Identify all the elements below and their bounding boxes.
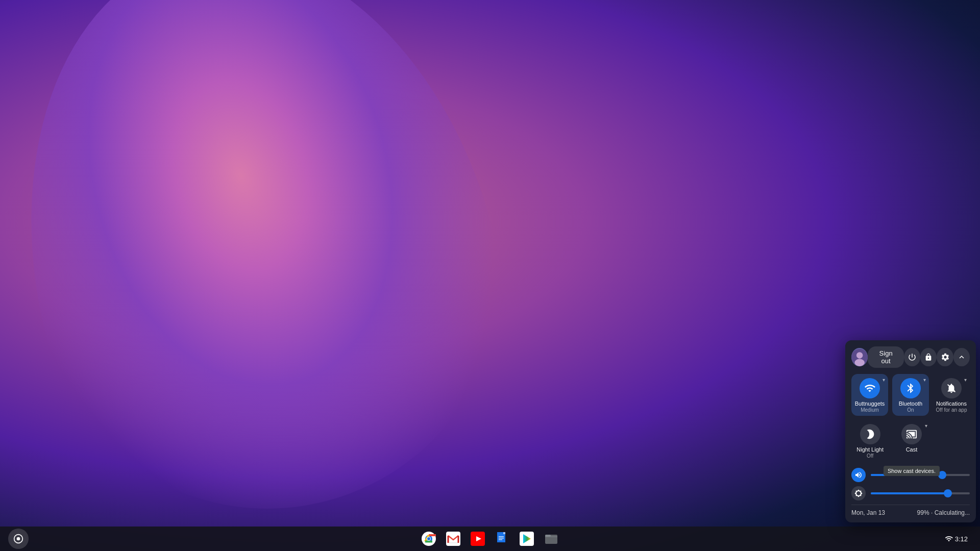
cast-toggle[interactable]: ▾ Cast Show cast devices. — [893, 420, 930, 462]
svg-point-9 — [427, 537, 430, 540]
bluetooth-toggle[interactable]: ▾ Bluetooth On — [892, 374, 929, 416]
qs-battery: 99% · Calculating... — [917, 509, 970, 516]
wifi-sub: Medium — [861, 407, 879, 413]
quick-settings-panel: Sign out — [845, 340, 976, 522]
brightness-thumb[interactable] — [944, 489, 952, 497]
night-light-icon — [860, 424, 880, 444]
svg-rect-17 — [499, 538, 504, 539]
notifications-arrow: ▾ — [964, 377, 967, 383]
volume-icon[interactable] — [851, 468, 866, 482]
tray-wifi-icon — [945, 535, 953, 543]
taskbar-app-gmail[interactable] — [443, 529, 463, 549]
lock-button[interactable] — [920, 348, 937, 366]
notifications-label: Notifications — [936, 400, 967, 407]
night-light-toggle[interactable]: Night Light Off — [851, 420, 889, 462]
taskbar-app-youtube[interactable] — [468, 529, 488, 549]
taskbar-app-files[interactable] — [541, 529, 561, 549]
svg-rect-21 — [545, 535, 551, 537]
svg-point-1 — [856, 352, 863, 359]
brightness-icon[interactable] — [851, 486, 866, 500]
bluetooth-arrow: ▾ — [923, 377, 926, 383]
wifi-toggle[interactable]: ▾ Buttnuggets Medium — [851, 374, 888, 416]
cast-tooltip: Show cast devices. — [884, 466, 940, 476]
taskbar-right: 3:12 — [941, 533, 972, 545]
taskbar-apps — [419, 529, 561, 549]
notifications-sub: Off for an app — [936, 407, 967, 413]
desktop — [0, 0, 980, 551]
cast-label: Cast — [906, 446, 918, 453]
brightness-slider-row — [851, 486, 970, 500]
settings-button[interactable] — [937, 348, 953, 366]
qs-toggles-row1: ▾ Buttnuggets Medium ▾ Bluetooth On — [851, 374, 970, 416]
svg-point-5 — [17, 537, 20, 541]
notifications-icon — [941, 378, 962, 398]
night-light-label: Night Light — [856, 446, 884, 453]
svg-point-2 — [854, 359, 865, 366]
taskbar: 3:12 — [0, 527, 980, 551]
brightness-fill — [871, 492, 948, 494]
system-tray[interactable]: 3:12 — [941, 533, 972, 545]
bluetooth-sub: On — [907, 407, 914, 413]
svg-rect-16 — [499, 536, 504, 537]
notifications-toggle[interactable]: ▾ Notifications Off for an app — [933, 374, 970, 416]
cast-arrow: ▾ — [925, 423, 927, 429]
user-avatar[interactable] — [851, 348, 868, 366]
qs-toggles-row2: Night Light Off ▾ Cast Show cast devices… — [851, 420, 970, 462]
svg-rect-18 — [499, 539, 502, 540]
wifi-icon — [860, 378, 880, 398]
qs-bottom-row: Mon, Jan 13 99% · Calculating... — [851, 505, 970, 516]
power-button[interactable] — [904, 348, 920, 366]
system-time: 3:12 — [955, 535, 968, 543]
brightness-slider[interactable] — [871, 492, 970, 494]
sign-out-button[interactable]: Sign out — [868, 346, 904, 368]
taskbar-app-play[interactable] — [517, 529, 537, 549]
taskbar-app-docs[interactable] — [492, 529, 512, 549]
night-light-sub: Off — [867, 453, 873, 459]
wifi-arrow: ▾ — [883, 377, 885, 383]
taskbar-app-chrome[interactable] — [419, 529, 439, 549]
qs-date: Mon, Jan 13 — [851, 509, 885, 516]
svg-rect-15 — [503, 532, 505, 534]
expand-button[interactable] — [953, 348, 970, 366]
qs-top-row: Sign out — [851, 346, 970, 368]
launcher-button[interactable] — [8, 529, 29, 549]
bluetooth-label: Bluetooth — [899, 400, 922, 407]
taskbar-left — [8, 529, 33, 549]
bluetooth-icon — [900, 378, 921, 398]
cast-icon — [901, 424, 922, 444]
wifi-label: Buttnuggets — [855, 400, 885, 407]
